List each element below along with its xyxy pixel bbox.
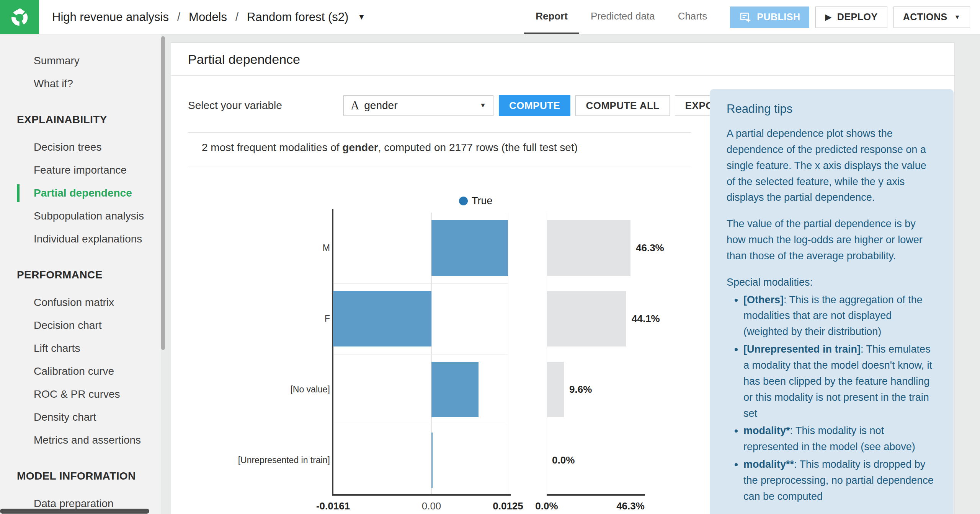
publish-label: PUBLISH (757, 11, 800, 23)
y-category-label: M (171, 213, 330, 283)
sidebar-section-explainability: EXPLAINABILITY (0, 108, 161, 131)
deploy-button[interactable]: ▶ DEPLOY (815, 7, 887, 28)
legend-dot-true (459, 197, 468, 205)
row-separator (333, 425, 508, 425)
chart-legend: True (459, 195, 493, 207)
bar-value-label: 44.1% (632, 283, 660, 354)
dist-bar-m (547, 220, 630, 276)
sidebar-item-roc-pr-curves[interactable]: ROC & PR curves (0, 383, 161, 406)
dist-x-tick: 46.3% (616, 500, 645, 512)
sidebar-item-density-chart[interactable]: Density chart (0, 406, 161, 429)
pdp-bar-no-value (431, 362, 479, 417)
breadcrumb-separator: / (235, 11, 238, 23)
sidebar-item-summary[interactable]: Summary (0, 49, 161, 72)
reading-tips-paragraph: A partial dependence plot shows the depe… (727, 126, 937, 206)
reading-tips-title: Reading tips (727, 102, 937, 116)
publish-icon (739, 11, 751, 23)
sidebar-item-decision-trees[interactable]: Decision trees (0, 136, 161, 159)
bar-value-label: 46.3% (636, 213, 664, 283)
sidebar-section-performance: PERFORMANCE (0, 264, 161, 286)
actions-caret-icon: ▼ (954, 14, 960, 21)
horizontal-scrollbar-thumb[interactable] (0, 509, 149, 514)
header-buttons: PUBLISH ▶ DEPLOY ACTIONS ▼ (730, 0, 970, 34)
y-category-label: F (171, 283, 330, 354)
sidebar-item-metrics-and-assertions[interactable]: Metrics and assertions (0, 429, 161, 452)
actions-button[interactable]: ACTIONS ▼ (893, 7, 970, 28)
sidebar-section-model-information: MODEL INFORMATION (0, 465, 161, 488)
tab-predicted-data[interactable]: Predicted data (579, 0, 666, 34)
breadcrumb-models[interactable]: Models (189, 10, 227, 24)
x-tick: -0.0161 (316, 500, 350, 512)
legend-label: True (472, 195, 493, 207)
special-modality-bullet: modality**: This modality is dropped by … (743, 457, 937, 505)
vertical-scrollbar-thumb[interactable] (161, 36, 165, 350)
special-modality-bullet: [Others]: This is the aggregation of the… (743, 292, 937, 340)
row-separator (333, 354, 508, 355)
dist-bar-no-value (547, 362, 564, 417)
pdp-bar-m (431, 220, 508, 276)
tab-report[interactable]: Report (524, 0, 579, 34)
bar-value-label: 0.0% (552, 425, 575, 496)
breadcrumb: High revenue analysis / Models / Random … (52, 0, 524, 34)
actions-label: ACTIONS (903, 11, 947, 23)
top-header: High revenue analysis / Models / Random … (0, 0, 980, 34)
dataiku-logo[interactable] (0, 0, 39, 34)
special-modalities-list: [Others]: This is the aggregation of the… (727, 292, 937, 505)
dist-x-tick: 0.0% (535, 500, 558, 512)
model-switcher-caret-icon[interactable]: ▼ (358, 13, 365, 21)
special-modalities-label: Special modalities: (727, 275, 937, 291)
breadcrumb-model-name[interactable]: Random forest (s2) (247, 10, 348, 24)
sidebar-item-what-if[interactable]: What if? (0, 72, 161, 95)
pdp-bar-f (333, 291, 431, 346)
deploy-label: DEPLOY (837, 11, 878, 23)
y-category-label: [Unrepresented in train] (171, 425, 330, 496)
breadcrumb-project[interactable]: High revenue analysis (52, 10, 169, 24)
row-separator (333, 283, 508, 284)
sidebar-item-partial-dependence[interactable]: Partial dependence (0, 182, 161, 205)
sidebar-item-lift-charts[interactable]: Lift charts (0, 337, 161, 360)
publish-button[interactable]: PUBLISH (730, 7, 809, 28)
breadcrumb-separator: / (177, 11, 180, 23)
tab-charts[interactable]: Charts (666, 0, 719, 34)
plot-edge-gridline (508, 213, 508, 496)
x-tick: 0.00 (422, 500, 441, 512)
y-axis-line (332, 209, 333, 496)
sidebar-item-subpopulation-analysis[interactable]: Subpopulation analysis (0, 205, 161, 228)
sidebar-item-decision-chart[interactable]: Decision chart (0, 314, 161, 337)
special-modality-bullet: modality*: This modality is not represen… (743, 423, 937, 455)
reading-tips-paragraph: The value of the partial dependence is b… (727, 216, 937, 264)
dist-bar-f (547, 291, 626, 346)
sidebar-item-individual-explanations[interactable]: Individual explanations (0, 228, 161, 250)
reading-tips-panel: Reading tips A partial dependence plot s… (710, 89, 954, 514)
bar-value-label: 9.6% (569, 354, 592, 425)
partial-dependence-card: Partial dependence Select your variable … (171, 42, 955, 514)
x-axis-line (332, 494, 511, 496)
header-tabs: ReportPredicted dataCharts (524, 0, 719, 34)
sidebar-item-feature-importance[interactable]: Feature importance (0, 159, 161, 182)
y-category-label: [No value] (171, 354, 330, 425)
special-modality-bullet: [Unrepresented in train]: This emulates … (743, 342, 937, 421)
pdp-bar-unrepresented-in-train (431, 433, 433, 488)
sidebar-item-confusion-matrix[interactable]: Confusion matrix (0, 291, 161, 314)
dataiku-logo-icon (8, 6, 31, 28)
play-icon: ▶ (825, 12, 831, 22)
x-tick: 0.0125 (493, 500, 523, 512)
sidebar-nav: SummaryWhat if?EXPLAINABILITYDecision tr… (0, 34, 161, 514)
sidebar-item-calibration-curve[interactable]: Calibration curve (0, 360, 161, 383)
